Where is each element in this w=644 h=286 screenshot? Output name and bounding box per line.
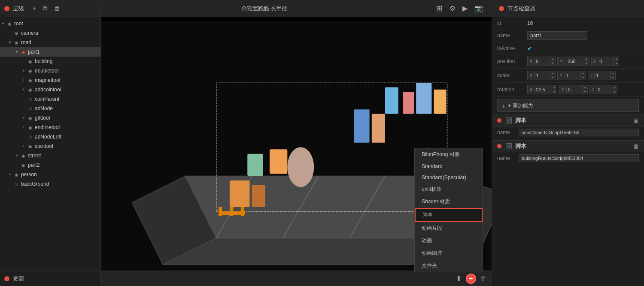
isactive-check[interactable]: ✔: [527, 45, 532, 52]
tree-toggle-addcointool[interactable]: +: [21, 87, 27, 93]
tree-toggle-street[interactable]: +: [14, 153, 20, 159]
context-menu-item-anim[interactable]: 动画: [415, 235, 483, 247]
tree-eye-starttool[interactable]: ◉: [27, 143, 33, 150]
settings-icon[interactable]: ⚙: [450, 4, 456, 12]
tree-toggle-part1[interactable]: ▼: [14, 49, 20, 55]
tree-toggle-part2[interactable]: [14, 162, 20, 168]
tree-item-gifttool[interactable]: +◉gifttool: [0, 113, 100, 123]
tree-toggle-gifttool[interactable]: +: [21, 115, 27, 121]
upload-icon[interactable]: ⬆: [456, 274, 462, 283]
tree-eye-camera[interactable]: ◉: [13, 30, 20, 36]
tree-item-street[interactable]: +◉street: [0, 151, 100, 160]
tree-item-root[interactable]: ▼◉root: [0, 19, 100, 28]
tree-eye-root[interactable]: ◉: [6, 20, 13, 27]
scale-z-down[interactable]: ▼: [611, 75, 615, 80]
tree-item-building[interactable]: ◉building: [0, 57, 100, 66]
tree-eye-adNodeLeft[interactable]: ⊘: [27, 133, 33, 140]
script2-name-input[interactable]: [519, 154, 639, 162]
scale-x-up[interactable]: ▲: [550, 71, 555, 75]
tree-eye-person[interactable]: ◉: [13, 171, 20, 178]
tree-toggle-starttool[interactable]: +: [21, 143, 27, 149]
scale-y-up[interactable]: ▲: [581, 71, 586, 75]
rot-z-input[interactable]: [596, 87, 612, 92]
viewport[interactable]: 📷 BlinnPhong 材质StandardStandard(Specular…: [101, 17, 492, 286]
context-menu-item-script[interactable]: 脚本: [415, 208, 483, 222]
tree-eye-coinParent[interactable]: ⊘: [27, 96, 33, 102]
scale-z-input[interactable]: [595, 73, 610, 78]
context-menu-item-standardSpecular[interactable]: Standard(Specular): [415, 172, 483, 183]
tree-toggle-endlinetool[interactable]: +: [21, 124, 27, 130]
tree-item-coinParent[interactable]: ⊘coinParent: [0, 94, 100, 104]
pos-z-down[interactable]: ▼: [614, 61, 619, 66]
tree-eye-doubletool[interactable]: ◉: [27, 67, 33, 74]
tree-eye-gifttool[interactable]: ◉: [27, 114, 33, 121]
pos-y-up[interactable]: ▲: [584, 57, 589, 61]
rot-x-up[interactable]: ▲: [552, 85, 557, 90]
pos-y-input[interactable]: [565, 59, 584, 64]
rot-x-down[interactable]: ▼: [552, 90, 557, 94]
scale-y-input[interactable]: [565, 73, 580, 78]
tree-eye-road[interactable]: ◉: [13, 39, 20, 46]
script1-checkbox[interactable]: [506, 117, 512, 123]
scale-z-up[interactable]: ▲: [611, 71, 615, 75]
add-ability-button[interactable]: +: [466, 274, 476, 284]
play-icon[interactable]: ▶: [462, 4, 468, 12]
tree-item-camera[interactable]: ◉camera: [0, 28, 100, 38]
add-node-button[interactable]: +: [33, 5, 36, 12]
rot-y-input[interactable]: [567, 87, 582, 92]
tree-item-endlinetool[interactable]: +◉endlinetool: [0, 123, 100, 132]
tree-toggle-building[interactable]: [21, 58, 27, 64]
scale-x-down[interactable]: ▼: [550, 75, 555, 80]
script2-delete[interactable]: 🗑: [633, 143, 639, 150]
tree-item-starttool[interactable]: +◉starttool: [0, 141, 100, 151]
rot-x-input[interactable]: [535, 87, 552, 92]
context-menu-item-folder[interactable]: 文件夹: [415, 259, 483, 272]
tree-eye-addcointool[interactable]: ◉: [27, 86, 33, 93]
pos-x-up[interactable]: ▲: [550, 57, 555, 61]
context-menu-item-blinnphong[interactable]: BlinnPhong 材质: [415, 148, 483, 161]
pos-z-input[interactable]: [598, 59, 614, 64]
add-ability-btn[interactable]: + + 添加能力: [497, 99, 639, 112]
tree-eye-part1[interactable]: ◉: [20, 48, 27, 55]
pos-x-down[interactable]: ▼: [550, 61, 555, 66]
tree-toggle-road[interactable]: ▼: [7, 39, 13, 45]
tree-eye-magnettool[interactable]: ◉: [27, 77, 33, 84]
tree-item-backGround[interactable]: ⊘backGround: [0, 179, 100, 189]
pos-y-down[interactable]: ▼: [584, 61, 589, 66]
context-menu-item-standard[interactable]: Standard: [415, 161, 483, 172]
tree-item-road[interactable]: ▼◉road: [0, 38, 100, 47]
tree-eye-street[interactable]: ◉: [20, 152, 27, 159]
tree-toggle-coinParent[interactable]: [21, 96, 27, 102]
tree-item-person[interactable]: +◉person: [0, 170, 100, 179]
tree-item-adNode[interactable]: ⊘adNode: [0, 104, 100, 113]
scale-y-down[interactable]: ▼: [581, 75, 586, 80]
tree-eye-backGround[interactable]: ⊘: [13, 181, 20, 187]
context-menu-item-unlit[interactable]: unlit材质: [415, 183, 483, 196]
tree-item-doubletool[interactable]: +◉doubletool: [0, 66, 100, 75]
rot-y-down[interactable]: ▼: [583, 90, 587, 94]
pos-x-input[interactable]: [535, 59, 550, 64]
pos-z-up[interactable]: ▲: [614, 57, 619, 61]
tree-toggle-person[interactable]: +: [7, 172, 13, 178]
rot-z-up[interactable]: ▲: [612, 85, 617, 90]
rot-y-up[interactable]: ▲: [583, 85, 587, 90]
tree-item-magnettool[interactable]: +◉magnettool: [0, 75, 100, 85]
tree-eye-adNode[interactable]: ⊘: [27, 105, 33, 112]
tree-item-part2[interactable]: ◉part2: [0, 160, 100, 170]
delete-node-button[interactable]: 🗑: [54, 5, 60, 12]
tree-toggle-camera[interactable]: [7, 30, 13, 36]
context-menu-item-animsched[interactable]: 动画编排: [415, 247, 483, 259]
script1-delete[interactable]: 🗑: [633, 117, 639, 124]
tree-eye-building[interactable]: ◉: [27, 58, 33, 65]
context-menu-item-shader[interactable]: Shader 材质: [415, 196, 483, 208]
tree-toggle-backGround[interactable]: [7, 181, 13, 187]
tree-item-adNodeLeft[interactable]: ⊘adNodeLeft: [0, 132, 100, 141]
script2-checkbox[interactable]: [506, 143, 512, 149]
rot-z-down[interactable]: ▼: [612, 90, 617, 94]
name-input[interactable]: [527, 31, 587, 40]
script1-name-input[interactable]: [519, 129, 639, 136]
context-menu-item-animclip[interactable]: 动画片段: [415, 222, 483, 235]
tree-toggle-root[interactable]: ▼: [0, 21, 6, 27]
trash-icon[interactable]: 🗑: [480, 275, 486, 282]
tree-item-part1[interactable]: ▼◉part1: [0, 47, 100, 57]
